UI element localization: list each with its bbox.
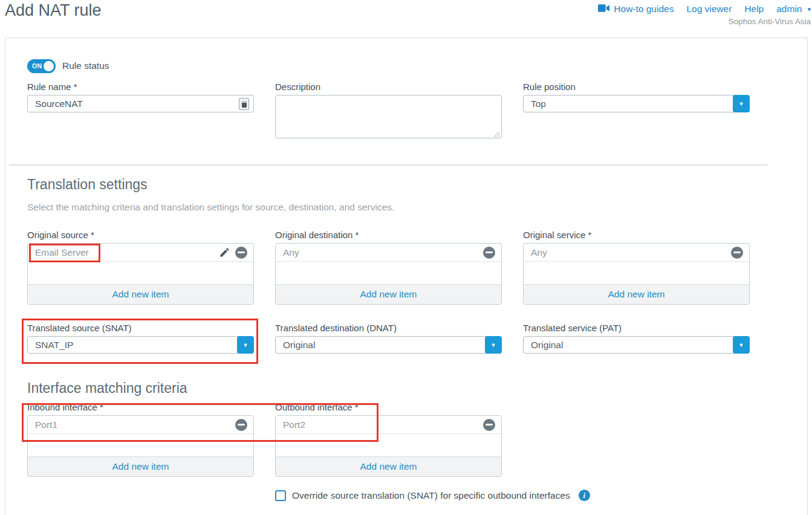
chevron-down-icon: ▾ [807,5,811,13]
input-indicator-icon [239,98,249,110]
rule-position-label: Rule position [523,82,750,92]
edit-item-icon[interactable] [219,247,230,258]
translated-service-value: Original [531,340,563,351]
description-textarea[interactable] [275,95,502,138]
chevron-down-icon[interactable]: ▼ [733,336,750,354]
list-item[interactable]: Port1 [28,416,253,434]
description-label: Description [275,82,502,92]
remove-item-icon[interactable] [235,419,247,431]
list-item-text: Any [531,247,731,258]
list-spacer [276,434,501,456]
nat-rule-form-card: ON Rule status Rule name * Description R… [5,37,808,515]
remove-item-icon[interactable] [731,247,743,259]
remove-item-icon[interactable] [483,247,495,259]
help-link[interactable]: Help [744,4,764,15]
original-service-label: Original service * [523,230,750,240]
translation-settings-heading: Translation settings [27,177,750,193]
list-spacer [28,262,253,284]
toggle-on-label: ON [32,62,42,70]
translated-source-value: SNAT_IP [35,340,73,351]
rule-name-label: Rule name * [27,82,254,92]
inbound-interface-label: Inbound interface * [27,402,254,412]
add-new-item-button[interactable]: Add new item [28,456,253,476]
rule-name-input[interactable] [28,96,253,112]
help-label: Help [744,4,764,15]
interface-matching-heading: Interface matching criteria [27,380,750,397]
how-to-guides-label: How-to guides [614,4,674,15]
inbound-interface-list: Port1 Add new item [27,415,254,477]
list-item[interactable]: Email Server [28,244,253,262]
admin-menu[interactable]: admin ▾ [776,4,811,15]
section-divider [9,164,768,166]
original-destination-label: Original destination * [275,230,502,240]
outbound-interface-list: Port2 Add new item [275,415,502,477]
account-name: Sophos Anti-Virus Asia [598,17,811,26]
chevron-down-icon[interactable]: ▼ [733,95,750,112]
page-header: Add NAT rule How-to guides Log viewer He… [0,0,812,34]
add-new-item-button[interactable]: Add new item [276,284,501,304]
original-source-list: Email Server Add new item [27,243,254,305]
list-item[interactable]: Any [276,244,501,262]
list-item-text: Port2 [283,419,483,430]
original-service-list: Any Add new item [523,243,750,305]
rule-name-field [27,95,254,112]
override-snat-label: Override source translation (SNAT) for s… [292,490,570,501]
rule-position-select[interactable]: Top ▼ [523,95,750,112]
translated-source-label: Translated source (SNAT) [27,323,254,333]
translated-destination-value: Original [283,340,315,351]
header-links: How-to guides Log viewer Help admin ▾ [598,4,811,15]
list-spacer [524,262,749,284]
info-icon[interactable]: i [579,490,590,501]
override-snat-row: Override source translation (SNAT) for s… [275,490,750,501]
chevron-down-icon[interactable]: ▼ [485,336,502,354]
list-spacer [28,434,253,456]
admin-label: admin [776,4,802,15]
video-camera-icon [598,4,609,15]
translation-settings-subtitle: Select the matching criteria and transla… [27,202,750,213]
translated-destination-select[interactable]: Original ▼ [275,336,502,354]
remove-item-icon[interactable] [235,247,247,259]
original-source-label: Original source * [27,230,254,240]
rule-status-toggle[interactable]: ON [27,59,56,73]
override-snat-checkbox[interactable] [275,490,286,501]
rule-status-row: ON Rule status [27,59,750,73]
toggle-knob [42,60,55,73]
list-item-text: Port1 [35,419,235,430]
chevron-down-icon[interactable]: ▼ [237,336,254,354]
translated-source-select[interactable]: SNAT_IP ▼ [27,336,254,354]
add-new-item-button[interactable]: Add new item [276,456,501,476]
header-right: How-to guides Log viewer Help admin ▾ So… [598,4,811,26]
add-new-item-button[interactable]: Add new item [28,284,253,304]
outbound-interface-label: Outbound interface * [275,402,502,412]
add-new-item-button[interactable]: Add new item [524,284,749,304]
list-item[interactable]: Port2 [276,416,501,434]
description-field [275,95,502,141]
list-item[interactable]: Any [524,244,749,262]
page-title: Add NAT rule [5,1,102,20]
rule-status-label: Rule status [62,60,109,71]
original-destination-list: Any Add new item [275,243,502,305]
log-viewer-link[interactable]: Log viewer [686,4,732,15]
translated-service-label: Translated service (PAT) [523,323,750,333]
rule-position-value: Top [531,99,546,109]
remove-item-icon[interactable] [483,419,495,431]
translated-destination-label: Translated destination (DNAT) [275,323,502,333]
list-spacer [276,262,501,284]
log-viewer-label: Log viewer [686,4,732,15]
list-item-text: Any [283,247,483,258]
how-to-guides-link[interactable]: How-to guides [598,4,674,15]
list-item-text: Email Server [35,247,219,258]
translated-service-select[interactable]: Original ▼ [523,336,750,354]
